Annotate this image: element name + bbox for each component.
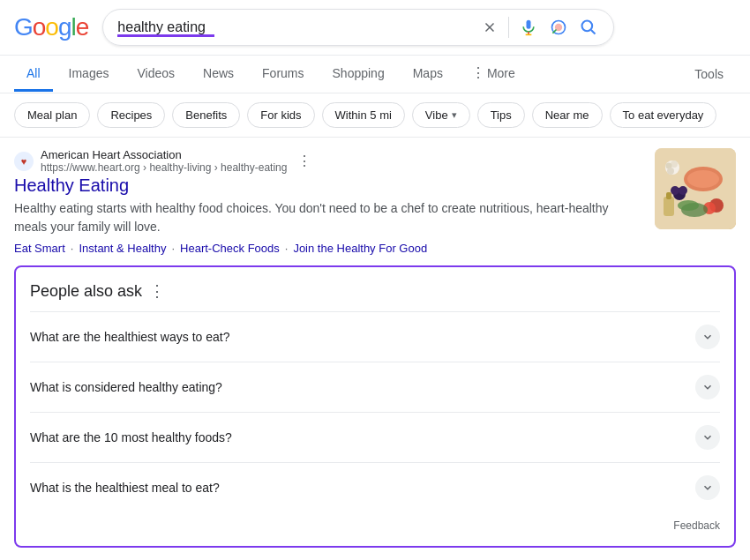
result-menu-button[interactable]: ⋮ (297, 153, 311, 169)
more-dots-icon: ⋮ (471, 64, 485, 81)
search-result: ♥ American Heart Association https://www… (14, 148, 736, 255)
tab-maps[interactable]: Maps (401, 57, 455, 92)
filter-chips: Meal plan Recipes Benefits For kids With… (0, 93, 750, 138)
chip-within-5mi-label: Within 5 mi (335, 108, 392, 122)
people-also-ask-box: People also ask ⋮ What are the healthies… (14, 265, 736, 548)
svg-point-17 (671, 186, 679, 195)
svg-rect-23 (664, 197, 674, 216)
paa-item-1[interactable]: What are the healthiest ways to eat? (30, 311, 720, 362)
chip-to-eat-everyday[interactable]: To eat everyday (610, 102, 717, 128)
tab-shopping-label: Shopping (333, 66, 385, 80)
paa-header: People also ask ⋮ (30, 281, 720, 301)
logo-e: e (76, 13, 89, 41)
divider (508, 17, 509, 38)
search-bar (102, 9, 614, 46)
lens-icon (550, 19, 567, 36)
chip-benefits-label: Benefits (185, 108, 227, 122)
result-link-instant-healthy[interactable]: Instant & Healthy (79, 242, 166, 255)
svg-point-18 (679, 186, 687, 195)
tab-all[interactable]: All (14, 57, 53, 92)
search-input-wrap (117, 19, 473, 35)
source-name: American Heart Association (41, 148, 287, 161)
paa-question-3: What are the 10 most healthy foods? (30, 430, 232, 444)
food-image (655, 148, 736, 229)
tab-more[interactable]: ⋮ More (459, 56, 528, 93)
main-content: ♥ American Heart Association https://www… (0, 138, 750, 558)
result-links: Eat Smart · Instant & Healthy · Heart-Ch… (14, 242, 644, 255)
result-link-join[interactable]: Join the Healthy For Good (293, 242, 427, 255)
chip-meal-plan-label: Meal plan (27, 108, 77, 122)
svg-rect-24 (666, 192, 671, 199)
voice-search-button[interactable] (518, 17, 539, 38)
chip-for-kids-label: For kids (260, 108, 301, 122)
chip-meal-plan[interactable]: Meal plan (14, 102, 90, 128)
chip-tips[interactable]: Tips (477, 102, 525, 128)
chip-recipes[interactable]: Recipes (97, 102, 165, 128)
chip-tips-label: Tips (491, 108, 512, 122)
result-source: ♥ American Heart Association https://www… (14, 148, 644, 174)
chip-near-me[interactable]: Near me (532, 102, 603, 128)
image-search-button[interactable] (548, 17, 569, 38)
svg-line-8 (591, 30, 596, 34)
tab-news[interactable]: News (191, 57, 246, 92)
tab-all-label: All (26, 66, 41, 80)
logo-o1: o (33, 13, 46, 41)
tab-forums[interactable]: Forums (250, 57, 316, 92)
logo-o2: o (45, 13, 58, 41)
vibe-chevron-icon: ▾ (452, 109, 457, 121)
svg-point-15 (667, 168, 674, 175)
tab-forums-label: Forums (262, 66, 304, 80)
paa-expand-2-icon (695, 375, 720, 399)
chip-near-me-label: Near me (545, 108, 589, 122)
paa-menu-button[interactable]: ⋮ (149, 281, 165, 301)
chip-vibe[interactable]: Vibe ▾ (412, 102, 470, 128)
link-separator-1: · (71, 242, 74, 255)
link-separator-2: · (171, 242, 175, 255)
search-input[interactable] (117, 19, 294, 35)
svg-point-7 (582, 21, 593, 32)
link-separator-3: · (285, 242, 289, 255)
paa-expand-1-icon (695, 325, 720, 349)
paa-question-4: What is the healthiest meal to eat? (30, 481, 220, 495)
nav-tabs: All Images Videos News Forums Shopping M… (0, 56, 750, 93)
paa-expand-4-icon (695, 475, 720, 500)
tab-videos[interactable]: Videos (124, 57, 187, 92)
tab-images[interactable]: Images (56, 57, 122, 92)
paa-item-4[interactable]: What is the healthiest meal to eat? (30, 462, 720, 512)
tab-news-label: News (203, 66, 234, 80)
chip-within-5mi[interactable]: Within 5 mi (322, 102, 405, 128)
feedback-label[interactable]: Feedback (673, 519, 720, 532)
paa-question-1: What are the healthiest ways to eat? (30, 330, 229, 344)
logo-g2: g (58, 13, 71, 41)
search-icons (480, 17, 599, 38)
result-thumbnail (655, 148, 736, 229)
paa-item-3[interactable]: What are the 10 most healthy foods? (30, 412, 720, 462)
svg-rect-2 (527, 20, 531, 29)
header: Google (0, 0, 750, 56)
tab-shopping[interactable]: Shopping (320, 57, 397, 92)
tab-images-label: Images (69, 66, 109, 80)
chip-vibe-label: Vibe (425, 108, 448, 122)
result-link-heart-check[interactable]: Heart-Check Foods (180, 242, 280, 255)
clear-button[interactable] (480, 18, 499, 37)
tab-maps-label: Maps (413, 66, 443, 80)
tab-videos-label: Videos (137, 66, 175, 80)
svg-point-22 (678, 200, 699, 211)
logo-g: G (14, 13, 33, 41)
google-logo[interactable]: Google (14, 13, 88, 41)
source-url: https://www.heart.org › healthy-living ›… (41, 161, 287, 174)
result-link-eat-smart[interactable]: Eat Smart (14, 242, 65, 255)
mic-icon (520, 19, 537, 36)
source-icon: ♥ (14, 152, 34, 171)
search-button[interactable] (578, 17, 599, 38)
tools-button[interactable]: Tools (682, 58, 736, 90)
result-text: ♥ American Heart Association https://www… (14, 148, 644, 255)
search-icon (580, 19, 597, 36)
chip-for-kids[interactable]: For kids (247, 102, 314, 128)
paa-item-2[interactable]: What is considered healthy eating? (30, 362, 720, 412)
tab-more-label: More (487, 66, 515, 80)
close-icon (482, 19, 498, 35)
chip-benefits[interactable]: Benefits (172, 102, 240, 128)
result-title[interactable]: Healthy Eating (14, 175, 644, 196)
paa-question-2: What is considered healthy eating? (30, 380, 222, 394)
